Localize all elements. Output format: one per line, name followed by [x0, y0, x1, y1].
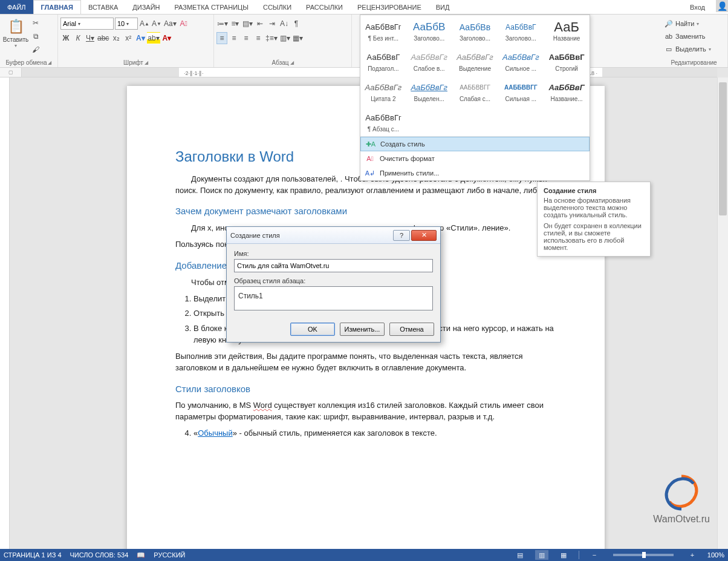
align-left-button[interactable]: ≡ [216, 32, 227, 44]
cut-button[interactable]: ✂ [30, 17, 41, 29]
word-count[interactable]: ЧИСЛО СЛОВ: 534 [70, 551, 129, 559]
style-name-input[interactable] [234, 259, 433, 272]
style-gallery-item[interactable]: АаБбВвЗаголово... [452, 15, 498, 45]
web-layout-button[interactable]: ▦ [557, 550, 570, 560]
style-gallery-item[interactable]: АаБбВвГгЦитата 2 [360, 76, 406, 106]
style-gallery-item[interactable]: АаБбВвГг¶ Абзац с... [360, 106, 406, 136]
new-style-icon: ✚A [366, 139, 375, 149]
replace-button[interactable]: abЗаменить [663, 30, 707, 42]
tab-design[interactable]: ДИЗАЙН [125, 0, 167, 14]
zoom-thumb[interactable] [642, 552, 646, 558]
justify-button[interactable]: ≡ [253, 32, 264, 44]
vertical-ruler[interactable] [0, 77, 10, 549]
tooltip-text: На основе форматирования выделенного тек… [544, 197, 644, 218]
tab-view[interactable]: ВИД [429, 0, 457, 14]
scrollbar-thumb[interactable] [719, 82, 727, 215]
clear-formatting-button[interactable]: A⃠ [178, 18, 189, 30]
page-indicator[interactable]: СТРАНИЦА 1 ИЗ 4 [4, 551, 62, 559]
group-editing: 🔎Найти▾ abЗаменить ▭Выделить▾ Редактиров… [660, 15, 728, 67]
superscript-button[interactable]: x² [123, 32, 134, 44]
subscript-button[interactable]: x₂ [111, 32, 122, 44]
tab-file[interactable]: ФАЙЛ [0, 0, 33, 14]
text-effects-button[interactable]: A▾ [135, 32, 146, 44]
help-button[interactable]: ? [393, 230, 410, 241]
font-color-button[interactable]: A▾ [161, 32, 172, 44]
vertical-scrollbar[interactable] [717, 77, 728, 549]
style-name-label: Строгий [555, 65, 578, 72]
grow-font-button[interactable]: A▲ [139, 18, 150, 30]
zoom-value[interactable]: 100% [707, 551, 724, 559]
modify-button[interactable]: Изменить... [340, 323, 385, 336]
dialog-launcher-icon[interactable]: ◢ [290, 60, 294, 65]
tab-insert[interactable]: ВСТАВКА [81, 0, 125, 14]
dialog-launcher-icon[interactable]: ◢ [145, 60, 148, 65]
zoom-out-button[interactable]: − [588, 550, 601, 560]
font-name-combo[interactable]: Arial▾ [60, 18, 114, 30]
print-layout-button[interactable]: ▥ [535, 550, 548, 560]
numbering-button[interactable]: ≡▾ [230, 18, 241, 30]
zoom-slider[interactable] [613, 554, 674, 556]
copy-button[interactable]: ⧉ [30, 30, 41, 42]
show-marks-button[interactable]: ¶ [291, 18, 302, 30]
sign-in-link[interactable]: Вход [683, 0, 712, 14]
style-preview-box: Стиль1 [234, 286, 433, 310]
find-button[interactable]: 🔎Найти▾ [663, 18, 701, 30]
proofing-icon[interactable]: 📖 [137, 551, 145, 559]
align-right-button[interactable]: ≡ [241, 32, 252, 44]
format-painter-button[interactable]: 🖌 [30, 44, 41, 56]
style-gallery-item[interactable]: АаБбВвГгВыделен... [406, 76, 452, 106]
ok-button[interactable]: OK [290, 323, 335, 336]
dialog-titlebar[interactable]: Создание стиля ? ✕ [227, 227, 440, 244]
style-gallery-item[interactable]: АаБбВвГгСильная ... [498, 76, 544, 106]
change-case-button[interactable]: Aa▾ [163, 18, 177, 30]
style-gallery-item[interactable]: АаБбВвГгСлабая с... [452, 76, 498, 106]
tab-layout[interactable]: РАЗМЕТКА СТРАНИЦЫ [167, 0, 255, 14]
tab-mailings[interactable]: РАССЫЛКИ [299, 0, 350, 14]
select-button[interactable]: ▭Выделить▾ [663, 43, 713, 55]
status-bar: СТРАНИЦА 1 ИЗ 4 ЧИСЛО СЛОВ: 534 📖 РУССКИ… [0, 549, 728, 561]
user-avatar-icon[interactable]: 👤 [716, 0, 728, 12]
style-link[interactable]: Обычный [198, 428, 232, 438]
bullets-button[interactable]: ≔▾ [216, 18, 229, 30]
tab-references[interactable]: ССЫЛКИ [256, 0, 299, 14]
align-center-button[interactable]: ≡ [229, 32, 239, 44]
underline-button[interactable]: Ч▾ [85, 32, 96, 44]
style-gallery-item[interactable]: АаБбВвГгСильное ... [498, 45, 544, 76]
style-gallery-item[interactable]: АаБНазвание [544, 15, 590, 45]
style-gallery-item[interactable]: АаБбВвГСтрогий [544, 45, 590, 76]
close-button[interactable]: ✕ [411, 230, 437, 241]
language-indicator[interactable]: РУССКИЙ [154, 551, 185, 559]
style-gallery-item[interactable]: АаБбВвГНазвание... [544, 76, 590, 106]
style-gallery-item[interactable]: АаБбВвГг¶ Без инт... [360, 15, 406, 45]
dialog-launcher-icon[interactable]: ◢ [48, 60, 51, 65]
paste-button[interactable]: 📋 Вставить ▾ [2, 16, 29, 48]
tab-review[interactable]: РЕЦЕНЗИРОВАНИЕ [350, 0, 429, 14]
tab-home[interactable]: ГЛАВНАЯ [33, 0, 81, 14]
italic-button[interactable]: К [73, 32, 83, 44]
style-gallery-item[interactable]: АаБбВвГПодзагол... [360, 45, 406, 76]
increase-indent-button[interactable]: ⇥ [267, 18, 278, 30]
create-style-menuitem[interactable]: ✚AСоздать стиль [360, 137, 590, 151]
multilevel-button[interactable]: ▤▾ [242, 18, 253, 30]
line-spacing-button[interactable]: ‡≡▾ [265, 32, 278, 44]
bold-button[interactable]: Ж [60, 32, 71, 44]
cancel-button[interactable]: Отмена [389, 323, 434, 336]
strike-button[interactable]: abc [97, 32, 109, 44]
style-name-label: Сильное ... [505, 65, 536, 72]
style-gallery-item[interactable]: АаБбВвГгСлабое в... [406, 45, 452, 76]
style-gallery-item[interactable]: АаБбВЗаголово... [406, 15, 452, 45]
decrease-indent-button[interactable]: ⇤ [255, 18, 265, 30]
sort-button[interactable]: A↓ [279, 18, 290, 30]
clear-format-menuitem[interactable]: A⃠Очистить формат [360, 151, 590, 166]
borders-button[interactable]: ▦▾ [292, 32, 304, 44]
highlight-button[interactable]: ab▾ [147, 32, 160, 44]
zoom-in-button[interactable]: + [686, 550, 699, 560]
style-name-label: Название [553, 35, 580, 42]
read-mode-button[interactable]: ▤ [513, 550, 527, 560]
style-gallery-item[interactable]: АаБбВвГгВыделение [452, 45, 498, 76]
apply-styles-menuitem[interactable]: A↲Применить стили... [360, 166, 590, 180]
shading-button[interactable]: ▥▾ [279, 32, 291, 44]
shrink-font-button[interactable]: A▼ [151, 18, 162, 30]
font-size-combo[interactable]: 10▾ [115, 18, 138, 30]
style-gallery-item[interactable]: АаБбВвГЗаголово... [498, 15, 544, 45]
